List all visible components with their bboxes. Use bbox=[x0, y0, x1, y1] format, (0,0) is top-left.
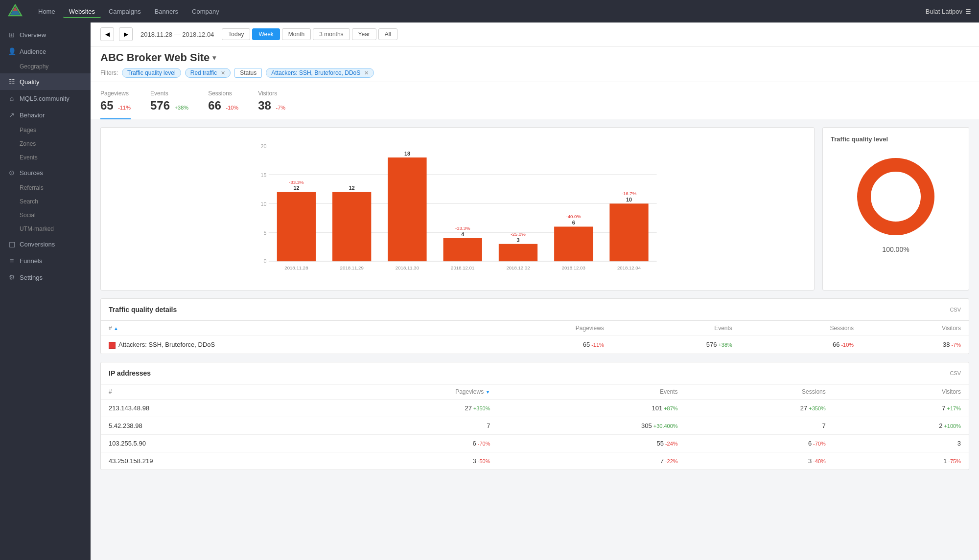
filter-attackers-tag[interactable]: Attackers: SSH, Bruteforce, DDoS ✕ bbox=[266, 68, 374, 78]
metric-change: -10% bbox=[226, 105, 238, 111]
donut-chart bbox=[852, 153, 940, 241]
svg-text:6: 6 bbox=[572, 220, 575, 225]
traffic-quality-title: Traffic quality details bbox=[109, 306, 177, 314]
ip-col-hash[interactable]: # bbox=[101, 384, 316, 400]
table-row[interactable]: 103.255.5.90 6-70% 55-24% 6-70% 3 bbox=[101, 434, 969, 452]
sidebar-item-overview[interactable]: ⊞Overview bbox=[0, 26, 91, 43]
metric-sessions[interactable]: Sessions 66 -10% bbox=[208, 90, 238, 119]
sidebar-item-sources[interactable]: ⊙Sources bbox=[0, 164, 91, 181]
ip-table-inner: # Pageviews ▼ Events Sessions Visitors 2… bbox=[101, 384, 969, 470]
sidebar-subitem-utm-marked[interactable]: UTM-marked bbox=[0, 222, 91, 236]
bar-2018.12.04[interactable] bbox=[609, 203, 648, 261]
metric-label: Sessions bbox=[208, 90, 238, 97]
table-row[interactable]: 213.143.48.98 27+350% 101+87% 27+350% 7+… bbox=[101, 399, 969, 417]
sidebar-subitem-social[interactable]: Social bbox=[0, 208, 91, 222]
ip-col-events[interactable]: Events bbox=[498, 384, 685, 400]
period-btn-month[interactable]: Month bbox=[282, 28, 311, 40]
main-content: ◀ ▶ 2018.11.28 — 2018.12.04 TodayWeekMon… bbox=[91, 22, 979, 560]
col-pageviews[interactable]: Pageviews bbox=[476, 321, 612, 336]
sidebar-icon: ≡ bbox=[8, 257, 16, 265]
bar-2018.12.01[interactable] bbox=[443, 238, 482, 261]
bar-2018.11.29[interactable] bbox=[332, 192, 371, 261]
metric-change: -7% bbox=[276, 105, 285, 111]
col-visitors[interactable]: Visitors bbox=[862, 321, 969, 336]
metric-label: Visitors bbox=[258, 90, 285, 97]
filter-quality-tag[interactable]: Traffic quality level bbox=[122, 68, 181, 78]
bar-chart: 0510152012-33.3%2018.11.28122018.11.2918… bbox=[109, 135, 806, 282]
svg-text:18: 18 bbox=[404, 151, 410, 157]
topnav-link-banners[interactable]: Banners bbox=[149, 5, 184, 18]
sidebar-item-behavior[interactable]: ↗Behavior bbox=[0, 107, 91, 123]
prev-period-button[interactable]: ◀ bbox=[100, 27, 114, 41]
topnav-link-campaigns[interactable]: Campaigns bbox=[103, 5, 147, 18]
metric-events[interactable]: Events 576 +38% bbox=[150, 90, 188, 119]
svg-text:2018.12.04: 2018.12.04 bbox=[617, 265, 641, 270]
ip-col-visitors[interactable]: Visitors bbox=[834, 384, 969, 400]
date-range: 2018.11.28 — 2018.12.04 bbox=[140, 31, 214, 38]
svg-text:-40.0%: -40.0% bbox=[566, 214, 581, 219]
bar-2018.11.30[interactable] bbox=[388, 157, 426, 261]
col-events[interactable]: Events bbox=[612, 321, 740, 336]
user-menu-icon[interactable]: ☰ bbox=[965, 8, 971, 15]
svg-text:2018.12.03: 2018.12.03 bbox=[562, 265, 585, 270]
metric-value-display: 65 -11% bbox=[100, 99, 131, 112]
ip-table-csv[interactable]: CSV bbox=[950, 370, 961, 376]
logo[interactable] bbox=[8, 4, 23, 19]
sidebar-subitem-pages[interactable]: Pages bbox=[0, 123, 91, 137]
col-sessions[interactable]: Sessions bbox=[740, 321, 862, 336]
sidebar-subitem-geography[interactable]: Geography bbox=[0, 60, 91, 73]
period-btn-today[interactable]: Today bbox=[222, 28, 250, 40]
ip-col-pageviews[interactable]: Pageviews ▼ bbox=[316, 384, 498, 400]
col-hash[interactable]: # ▲ bbox=[101, 321, 476, 336]
topnav-link-home[interactable]: Home bbox=[32, 5, 61, 18]
period-btn-all[interactable]: All bbox=[378, 28, 397, 40]
site-title[interactable]: ABC Broker Web Site ▾ bbox=[100, 51, 969, 64]
filters-row: Filters: Traffic quality level Red traff… bbox=[100, 64, 969, 82]
svg-text:-33.3%: -33.3% bbox=[289, 179, 304, 185]
bar-2018.11.28[interactable] bbox=[277, 192, 316, 261]
sidebar-subitem-events[interactable]: Events bbox=[0, 151, 91, 164]
bar-2018.12.02[interactable] bbox=[499, 244, 537, 261]
svg-text:12: 12 bbox=[349, 185, 355, 191]
sidebar-item-conversions[interactable]: ◫Conversions bbox=[0, 236, 91, 252]
sidebar-icon: 👤 bbox=[8, 47, 16, 55]
metric-change: -11% bbox=[118, 105, 131, 111]
filter-attackers-close[interactable]: ✕ bbox=[364, 70, 369, 76]
svg-text:2018.11.29: 2018.11.29 bbox=[340, 265, 364, 270]
sidebar-item-mql5-community[interactable]: ⌂MQL5.community bbox=[0, 90, 91, 107]
sidebar-subitem-zones[interactable]: Zones bbox=[0, 137, 91, 151]
metric-value-display: 38 -7% bbox=[258, 99, 285, 112]
metric-pageviews[interactable]: Pageviews 65 -11% bbox=[100, 90, 131, 119]
sidebar-item-quality[interactable]: ☷Quality bbox=[0, 73, 91, 90]
user-display: Bulat Latipov ☰ bbox=[926, 8, 971, 15]
sidebar-subitem-search[interactable]: Search bbox=[0, 195, 91, 208]
ip-col-sessions[interactable]: Sessions bbox=[686, 384, 834, 400]
topnav-link-websites[interactable]: Websites bbox=[63, 5, 101, 18]
metric-visitors[interactable]: Visitors 38 -7% bbox=[258, 90, 285, 119]
topnav-link-company[interactable]: Company bbox=[186, 5, 225, 18]
chart-container: 0510152012-33.3%2018.11.28122018.11.2918… bbox=[100, 127, 815, 291]
filter-red-traffic-tag[interactable]: Red traffic ✕ bbox=[185, 68, 231, 78]
svg-point-32 bbox=[864, 165, 928, 228]
sidebar-item-funnels[interactable]: ≡Funnels bbox=[0, 252, 91, 269]
sidebar-icon: ☷ bbox=[8, 78, 16, 86]
period-btn-3-months[interactable]: 3 months bbox=[313, 28, 350, 40]
period-btn-week[interactable]: Week bbox=[252, 28, 280, 40]
period-btn-year[interactable]: Year bbox=[352, 28, 376, 40]
table-row[interactable]: Attackers: SSH, Bruteforce, DDoS 65-11% … bbox=[101, 336, 969, 354]
ip-table-title: IP addresses bbox=[109, 369, 151, 377]
site-dropdown-icon[interactable]: ▾ bbox=[212, 54, 216, 62]
sidebar-subitem-referrals[interactable]: Referrals bbox=[0, 181, 91, 195]
table-row[interactable]: 5.42.238.98 7 305+30.400% 7 2+100% bbox=[101, 417, 969, 434]
sidebar-item-settings[interactable]: ⚙Settings bbox=[0, 269, 91, 286]
sidebar-icon: ⊙ bbox=[8, 169, 16, 177]
traffic-quality-csv[interactable]: CSV bbox=[950, 307, 961, 313]
next-period-button[interactable]: ▶ bbox=[119, 27, 133, 41]
svg-text:10: 10 bbox=[261, 201, 267, 207]
sidebar-item-audience[interactable]: 👤Audience bbox=[0, 43, 91, 60]
content-area: 0510152012-33.3%2018.11.28122018.11.2918… bbox=[91, 119, 979, 298]
bar-2018.12.03[interactable] bbox=[554, 226, 593, 261]
table-row[interactable]: 43.250.158.219 3-50% 7-22% 3-40% 1-75% bbox=[101, 452, 969, 470]
filter-red-traffic-close[interactable]: ✕ bbox=[221, 70, 225, 76]
ip-table: IP addresses CSV # Pageviews ▼ Events Se… bbox=[100, 362, 969, 470]
